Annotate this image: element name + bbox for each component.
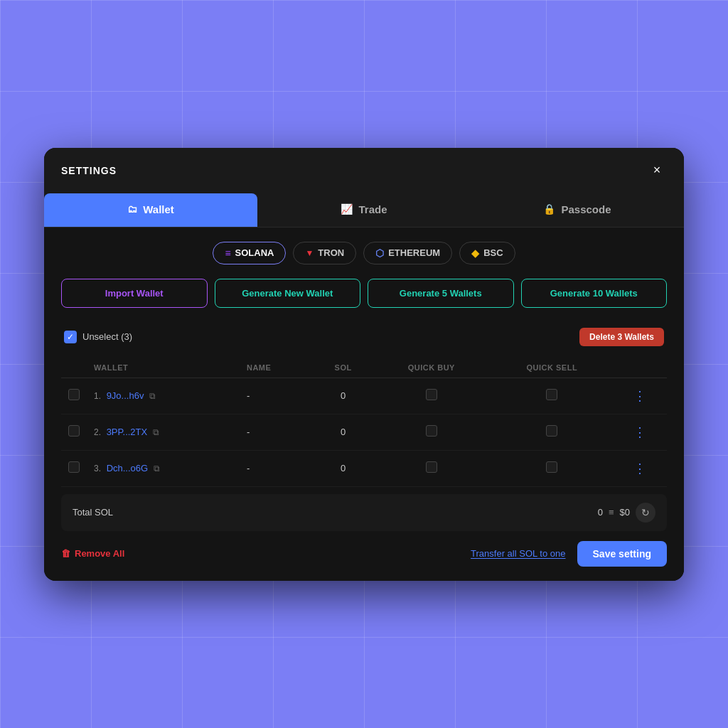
row-sol: 0 [314, 378, 373, 414]
wallet-address-link[interactable]: Dch...o6G [107, 463, 149, 473]
close-button[interactable]: × [647, 161, 667, 181]
row-checkbox[interactable] [68, 389, 80, 400]
quick-sell-checkbox[interactable] [546, 461, 557, 473]
more-dots-icon[interactable]: ⋮ [633, 461, 647, 476]
unselect-label: Unselect (3) [82, 331, 132, 342]
row-checkbox[interactable] [68, 425, 80, 437]
total-bar: Total SOL 0 ≡ $0 ↻ [61, 494, 667, 531]
row-wallet-address: 2. 3PP...2TX ⧉ [87, 414, 240, 450]
modal-title: SETTINGS [61, 165, 117, 176]
row-checkbox[interactable] [68, 461, 80, 473]
row-quick-sell[interactable] [490, 450, 614, 486]
tab-wallet-label: Wallet [143, 203, 174, 215]
col-name: NAME [240, 358, 314, 378]
tron-label: TRON [318, 247, 344, 258]
eth-icon: ⬡ [375, 247, 384, 259]
tab-bar: 🗂 Wallet 📈 Trade 🔒 Passcode [44, 193, 684, 228]
row-quick-sell[interactable] [490, 414, 614, 450]
settings-modal: SETTINGS × 🗂 Wallet 📈 Trade 🔒 Passcode ≡… [44, 148, 684, 581]
quick-buy-checkbox[interactable] [426, 461, 437, 473]
row-number: 2. [94, 427, 101, 437]
bsc-icon: ◆ [471, 247, 479, 259]
network-ethereum[interactable]: ⬡ ETHEREUM [363, 242, 452, 264]
network-bsc[interactable]: ◆ BSC [459, 242, 515, 264]
total-label: Total SOL [73, 507, 113, 518]
generate-new-wallet-button[interactable]: Generate New Wallet [215, 279, 361, 308]
trade-tab-icon: 📈 [341, 203, 353, 215]
quick-buy-checkbox[interactable] [426, 425, 437, 437]
wallet-table: WALLET NAME SOL QUICK BUY QUICK SELL 1. … [61, 358, 667, 487]
col-check [61, 358, 87, 378]
quick-sell-checkbox[interactable] [546, 389, 557, 400]
col-quick-buy: QUICK BUY [373, 358, 490, 378]
import-wallet-button[interactable]: Import Wallet [61, 279, 208, 308]
row-checkbox-cell[interactable] [61, 378, 87, 414]
row-more-menu[interactable]: ⋮ [614, 450, 667, 486]
delete-wallets-button[interactable]: Delete 3 Wallets [579, 328, 664, 346]
wallet-tab-icon: 🗂 [127, 203, 137, 215]
usd-value: $0 [620, 507, 630, 518]
generate-5-wallets-button[interactable]: Generate 5 Wallets [368, 279, 514, 308]
remove-all-label: Remove All [75, 548, 124, 559]
table-row: 3. Dch...o6G ⧉ - 0 ⋮ [61, 450, 667, 486]
transfer-button[interactable]: Transfer all SOL to one [471, 548, 565, 559]
total-right: 0 ≡ $0 ↻ [598, 503, 655, 523]
tab-trade-label: Trade [358, 203, 387, 215]
select-bar: ✓ Unselect (3) Delete 3 Wallets [61, 321, 667, 353]
network-tron[interactable]: ▼ TRON [293, 242, 356, 264]
row-sol: 0 [314, 414, 373, 450]
unselect-section[interactable]: ✓ Unselect (3) [64, 331, 132, 343]
tab-wallet[interactable]: 🗂 Wallet [44, 193, 257, 227]
passcode-tab-icon: 🔒 [543, 203, 555, 215]
copy-icon[interactable]: ⧉ [154, 464, 160, 473]
refresh-button[interactable]: ↻ [636, 503, 655, 523]
wallet-address-link[interactable]: 3PP...2TX [107, 427, 148, 437]
row-quick-sell[interactable] [490, 378, 614, 414]
main-content: ≡ SOLANA ▼ TRON ⬡ ETHEREUM ◆ BSC Import … [44, 228, 684, 581]
more-dots-icon[interactable]: ⋮ [633, 389, 647, 403]
solana-label: SOLANA [235, 247, 274, 258]
bottom-right-actions: Transfer all SOL to one Save setting [471, 541, 667, 567]
remove-all-button[interactable]: 🗑 Remove All [61, 548, 124, 559]
tab-trade[interactable]: 📈 Trade [257, 193, 471, 227]
total-value: 0 [598, 507, 603, 518]
row-number: 1. [94, 391, 101, 401]
col-sol: SOL [314, 358, 373, 378]
row-name: - [240, 378, 314, 414]
tron-icon: ▼ [305, 248, 314, 258]
row-quick-buy[interactable] [373, 414, 490, 450]
modal-header: SETTINGS × [44, 148, 684, 193]
copy-icon[interactable]: ⧉ [149, 391, 156, 401]
trash-icon: 🗑 [61, 548, 70, 559]
generate-10-wallets-button[interactable]: Generate 10 Wallets [521, 279, 668, 308]
table-row: 1. 9Jo...h6v ⧉ - 0 ⋮ [61, 378, 667, 414]
sol-icon: ≡ [609, 507, 614, 518]
quick-buy-checkbox[interactable] [426, 389, 437, 400]
tab-passcode-label: Passcode [561, 203, 611, 215]
save-setting-button[interactable]: Save setting [577, 541, 667, 567]
network-row: ≡ SOLANA ▼ TRON ⬡ ETHEREUM ◆ BSC [61, 242, 667, 264]
unselect-icon: ✓ [64, 331, 77, 343]
quick-sell-checkbox[interactable] [546, 425, 557, 437]
col-menu [614, 358, 667, 378]
table-row: 2. 3PP...2TX ⧉ - 0 ⋮ [61, 414, 667, 450]
row-sol: 0 [314, 450, 373, 486]
row-name: - [240, 450, 314, 486]
row-quick-buy[interactable] [373, 450, 490, 486]
row-more-menu[interactable]: ⋮ [614, 378, 667, 414]
more-dots-icon[interactable]: ⋮ [633, 425, 647, 439]
wallet-address-link[interactable]: 9Jo...h6v [107, 390, 144, 401]
row-checkbox-cell[interactable] [61, 414, 87, 450]
row-checkbox-cell[interactable] [61, 450, 87, 486]
row-more-menu[interactable]: ⋮ [614, 414, 667, 450]
copy-icon[interactable]: ⧉ [153, 427, 159, 437]
row-quick-buy[interactable] [373, 378, 490, 414]
row-number: 3. [94, 464, 101, 473]
network-solana[interactable]: ≡ SOLANA [213, 242, 286, 264]
bsc-label: BSC [483, 247, 503, 258]
sol-badge: ≡ [609, 507, 614, 518]
bottom-row: 🗑 Remove All Transfer all SOL to one Sav… [61, 541, 667, 567]
solana-icon: ≡ [225, 247, 230, 259]
row-wallet-address: 3. Dch...o6G ⧉ [87, 450, 240, 486]
tab-passcode[interactable]: 🔒 Passcode [471, 193, 684, 227]
